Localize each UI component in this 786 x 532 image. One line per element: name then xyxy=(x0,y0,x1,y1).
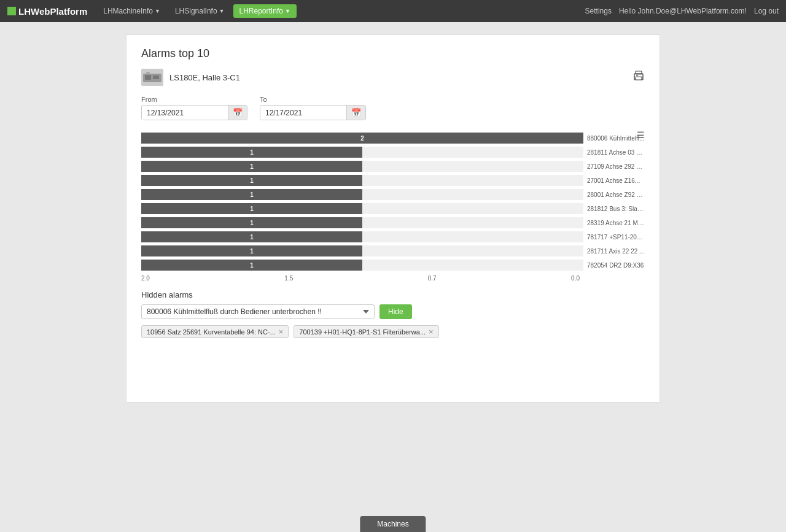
hidden-alarms-title: Hidden alarms xyxy=(141,290,645,299)
from-input-wrap: 📅 xyxy=(141,105,247,120)
tag-label: 700139 +H01-HQ1-8P1-S1 Filterüberwa... xyxy=(299,328,426,336)
bar-label: 281811 Achse 03 Of... xyxy=(583,149,645,156)
to-input-wrap: 📅 xyxy=(260,105,366,120)
bar-container: 1 xyxy=(141,189,583,200)
from-label: From xyxy=(141,96,247,103)
bar-container: 1 xyxy=(141,203,583,214)
chart-row: 1281711 Axis 22 22 ... xyxy=(141,244,645,258)
navbar: LHWebPlatform LHMachineInfo ▼ LHSignalIn… xyxy=(0,0,786,22)
bar[interactable]: 1 xyxy=(141,245,362,256)
x-axis-label: 1.5 xyxy=(284,275,293,282)
bar[interactable]: 1 xyxy=(141,217,362,228)
brand-name: LHWebPlatform xyxy=(18,6,87,17)
bar-container: 1 xyxy=(141,175,583,186)
logo-square xyxy=(7,7,16,15)
hidden-alarms-controls: 800006 Kühlmittelfluß durch Bediener unt… xyxy=(141,304,645,319)
bar[interactable]: 2 xyxy=(141,133,583,144)
chart-row: 1281812 Bus 3: Slave ... xyxy=(141,202,645,215)
chart-row: 1782054 DR2 D9:X36 xyxy=(141,258,645,272)
to-date-input[interactable] xyxy=(260,106,346,120)
hide-button[interactable]: Hide xyxy=(379,304,412,319)
bar-label: 781717 +SP11-2011... xyxy=(583,234,645,241)
nav-signalinfo-label: LHSignalInfo xyxy=(175,7,217,15)
x-axis-label: 0.7 xyxy=(428,275,437,282)
date-row: From 📅 To 📅 xyxy=(141,96,645,120)
print-button[interactable] xyxy=(632,70,645,85)
from-calendar-button[interactable]: 📅 xyxy=(228,106,247,120)
bar-label: 281711 Axis 22 22 ... xyxy=(583,248,645,255)
chart-area: 2880006 Kühlmittelfl...1281811 Achse 03 … xyxy=(141,131,645,272)
main-container: Alarms top 10 LS180E, Halle 3-C1 xyxy=(126,34,660,403)
chart-row: 128001 Achse Z92 Ha... xyxy=(141,188,645,201)
brand-logo: LHWebPlatform xyxy=(7,6,87,17)
user-label: Hello John.Doe@LHWebPlatform.com! xyxy=(619,7,747,15)
bar[interactable]: 1 xyxy=(141,189,362,200)
chart-row: 1281811 Achse 03 Of... xyxy=(141,145,645,159)
bar-container: 1 xyxy=(141,245,583,256)
bar[interactable]: 1 xyxy=(141,161,362,172)
bar-container: 1 xyxy=(141,147,583,158)
nav-right: Settings Hello John.Doe@LHWebPlatform.co… xyxy=(585,7,779,15)
machine-info: LS180E, Halle 3-C1 xyxy=(141,69,240,86)
tag-label: 10956 Satz 25691 Kurventabelle 94: NC-..… xyxy=(147,328,276,336)
bar-label: 880006 Kühlmittelfl... xyxy=(583,135,645,142)
machine-svg xyxy=(142,70,162,85)
bar[interactable]: 1 xyxy=(141,260,362,271)
bar[interactable]: 1 xyxy=(141,147,362,158)
nav-machininfo[interactable]: LHMachineInfo ▼ xyxy=(97,4,166,18)
tag-close-button[interactable]: × xyxy=(279,328,284,336)
settings-link[interactable]: Settings xyxy=(585,7,612,15)
nav-reportinfo[interactable]: LHReportInfo ▼ xyxy=(233,4,297,18)
bar-container: 1 xyxy=(141,231,583,242)
x-axis: 2.01.50.70.0 xyxy=(141,272,580,282)
svg-rect-7 xyxy=(636,75,638,76)
bar-label: 28001 Achse Z92 Ha... xyxy=(583,191,645,198)
machine-row: LS180E, Halle 3-C1 xyxy=(141,69,645,86)
chart-row: 2880006 Kühlmittelfl... xyxy=(141,131,645,145)
bar-label: 27109 Achse 292 W... xyxy=(583,163,645,170)
nav-signalinfo[interactable]: LHSignalInfo ▼ xyxy=(169,4,231,18)
tag-close-button[interactable]: × xyxy=(429,328,434,336)
logo-mark xyxy=(7,7,16,15)
x-axis-label: 0.0 xyxy=(571,275,580,282)
print-icon xyxy=(632,70,645,82)
chart-wrapper: ☰ 2880006 Kühlmittelfl...1281811 Achse 0… xyxy=(141,131,645,282)
nav-machineinfo-label: LHMachineInfo xyxy=(103,7,153,15)
bar-container: 1 xyxy=(141,260,583,271)
hidden-alarm-tag: 700139 +H01-HQ1-8P1-S1 Filterüberwa...× xyxy=(294,325,438,338)
page-title: Alarms top 10 xyxy=(141,47,645,60)
to-label: To xyxy=(260,96,366,103)
chart-row: 127001 Achse Z16... xyxy=(141,174,645,187)
bar[interactable]: 1 xyxy=(141,175,362,186)
alarm-dropdown[interactable]: 800006 Kühlmittelfluß durch Bediener unt… xyxy=(141,304,375,319)
chart-row: 127109 Achse 292 W... xyxy=(141,160,645,173)
nav-signalinfo-arrow: ▼ xyxy=(219,8,225,14)
date-from-group: From 📅 xyxy=(141,96,247,120)
logout-link[interactable]: Log out xyxy=(754,7,779,15)
bar-label: 782054 DR2 D9:X36 xyxy=(583,262,645,269)
to-calendar-button[interactable]: 📅 xyxy=(346,106,365,120)
chart-row: 1781717 +SP11-2011... xyxy=(141,230,645,244)
svg-rect-3 xyxy=(146,72,150,74)
hidden-alarms-section: Hidden alarms 800006 Kühlmittelfluß durc… xyxy=(141,290,645,338)
from-date-input[interactable] xyxy=(142,106,228,120)
date-to-group: To 📅 xyxy=(260,96,366,120)
bar-label: 281812 Bus 3: Slave ... xyxy=(583,206,645,212)
svg-rect-1 xyxy=(145,75,151,80)
bar[interactable]: 1 xyxy=(141,231,362,242)
nav-reportinfo-arrow: ▼ xyxy=(285,8,290,14)
svg-rect-2 xyxy=(153,75,159,79)
bar-label: 28319 Achse 21 Ma... xyxy=(583,220,645,226)
bar-container: 1 xyxy=(141,161,583,172)
tags-row: 10956 Satz 25691 Kurventabelle 94: NC-..… xyxy=(141,325,645,338)
bar-container: 1 xyxy=(141,217,583,228)
svg-rect-6 xyxy=(636,77,642,80)
bar[interactable]: 1 xyxy=(141,203,362,214)
nav-reportinfo-label: LHReportInfo xyxy=(239,7,283,15)
machine-thumbnail xyxy=(141,69,163,86)
bar-label: 27001 Achse Z16... xyxy=(583,177,645,184)
x-axis-row: 2.01.50.70.0 xyxy=(141,272,645,282)
machine-name: LS180E, Halle 3-C1 xyxy=(169,73,240,82)
chart-row: 128319 Achse 21 Ma... xyxy=(141,216,645,229)
chart-menu-icon[interactable]: ☰ xyxy=(637,130,645,140)
